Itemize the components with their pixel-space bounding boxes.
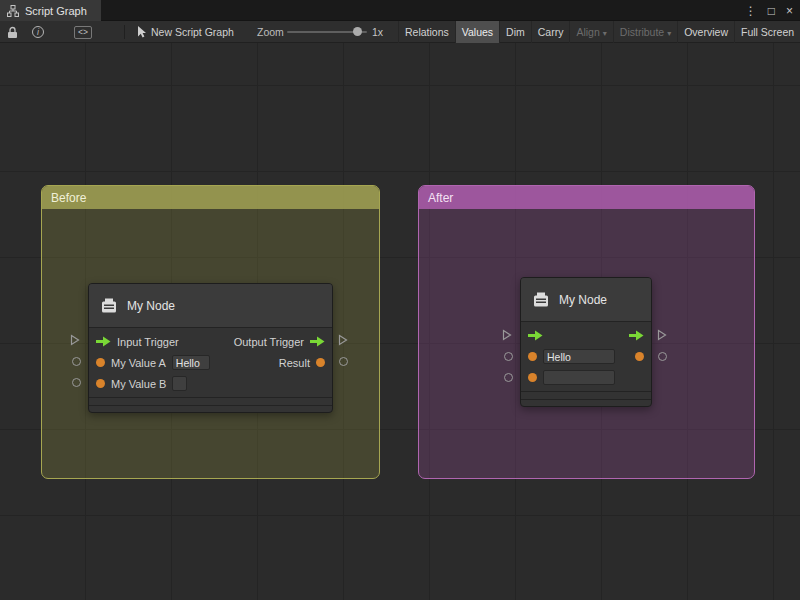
graph-asset-icon (136, 25, 147, 38)
node-title: My Node (127, 299, 175, 313)
trigger-output-port-icon[interactable] (310, 336, 325, 347)
distribute-button: Distribute▾ (613, 21, 677, 43)
overview-button[interactable]: Overview (677, 21, 734, 43)
trigger-row (521, 325, 651, 346)
trigger-input-port-icon[interactable] (96, 336, 111, 347)
zoom-label: Zoom (257, 21, 284, 43)
value-port-marker[interactable] (72, 357, 81, 366)
trigger-port-marker[interactable] (657, 329, 667, 341)
lock-icon-glyph (7, 26, 18, 39)
values-button[interactable]: Values (455, 21, 499, 43)
window-controls: ⋮ □ × (745, 0, 793, 21)
after-node[interactable]: My Node (520, 277, 652, 407)
output-trigger-label: Output Trigger (234, 336, 304, 348)
result-port-icon[interactable] (316, 358, 325, 367)
carry-button[interactable]: Carry (531, 21, 570, 43)
relations-button[interactable]: Relations (398, 21, 455, 43)
value-b-port-icon[interactable] (528, 373, 537, 382)
node-icon (531, 290, 551, 310)
value-b-row: My Value B (89, 373, 332, 394)
value-port-marker[interactable] (72, 378, 81, 387)
trigger-port-marker[interactable] (338, 334, 348, 346)
trigger-input-port-icon[interactable] (528, 330, 543, 341)
distribute-button-label: Distribute (620, 26, 664, 38)
graph-toolbar: <> New Script Graph Zoom 1x Relations Va… (0, 21, 800, 43)
zoom-value: 1x (372, 21, 383, 43)
my-value-a-input[interactable] (172, 355, 210, 370)
align-button: Align▾ (569, 21, 612, 43)
window-maximize-button[interactable]: □ (768, 4, 775, 18)
trigger-port-marker[interactable] (70, 334, 80, 346)
node-ports: Input Trigger Output Trigger My Value A … (89, 328, 332, 394)
node-header: My Node (89, 284, 332, 328)
node-divider (521, 391, 651, 392)
toolbar-buttons: Relations Values Dim Carry Align▾ Distri… (398, 21, 800, 43)
value-b-input[interactable] (543, 370, 615, 385)
tab-title: Script Graph (25, 5, 87, 17)
node-footer (89, 405, 332, 412)
window-close-button[interactable]: × (786, 4, 793, 18)
my-value-a-label: My Value A (111, 357, 166, 369)
value-a-port-icon[interactable] (528, 352, 537, 361)
result-label: Result (279, 357, 310, 369)
info-icon[interactable] (32, 26, 44, 38)
node-header: My Node (521, 278, 651, 322)
trigger-output-port-icon[interactable] (629, 330, 644, 341)
value-a-row (521, 346, 651, 367)
tab-script-graph[interactable]: Script Graph (0, 0, 101, 21)
node-ports (521, 322, 651, 388)
toolbar-separator (124, 25, 125, 39)
my-value-b-input[interactable] (172, 376, 187, 391)
script-graph-icon (7, 5, 19, 17)
result-port-icon[interactable] (635, 352, 644, 361)
group-after-label: After (428, 191, 453, 205)
value-port-marker[interactable] (339, 357, 348, 366)
trigger-row: Input Trigger Output Trigger (89, 331, 332, 352)
value-a-input[interactable] (543, 349, 615, 364)
script-graph-window: Script Graph ⋮ □ × <> New Script Graph Z… (0, 0, 800, 600)
code-view-icon[interactable]: <> (74, 26, 92, 39)
my-value-b-label: My Value B (111, 378, 166, 390)
group-after-header[interactable]: After (419, 186, 754, 209)
input-trigger-label: Input Trigger (117, 336, 179, 348)
full-screen-button[interactable]: Full Screen (734, 21, 800, 43)
value-b-row (521, 367, 651, 388)
window-menu-button[interactable]: ⋮ (745, 4, 757, 18)
node-title: My Node (559, 293, 607, 307)
group-before-label: Before (51, 191, 86, 205)
dim-button[interactable]: Dim (499, 21, 531, 43)
value-a-row: My Value A Result (89, 352, 332, 373)
group-before-header[interactable]: Before (42, 186, 379, 209)
value-b-port-icon[interactable] (96, 379, 105, 388)
align-button-label: Align (576, 26, 599, 38)
value-port-marker[interactable] (504, 373, 513, 382)
tab-bar: Script Graph ⋮ □ × (0, 0, 800, 21)
before-node[interactable]: My Node Input Trigger Output Trigger My … (88, 283, 333, 413)
value-a-port-icon[interactable] (96, 358, 105, 367)
caret-down-icon: ▾ (603, 29, 607, 38)
trigger-port-marker[interactable] (502, 329, 512, 341)
caret-down-icon: ▾ (667, 29, 671, 38)
graph-name: New Script Graph (151, 21, 234, 43)
node-divider (89, 397, 332, 398)
zoom-slider-knob[interactable] (353, 27, 362, 36)
node-icon (99, 296, 119, 316)
value-port-marker[interactable] (504, 352, 513, 361)
value-port-marker[interactable] (658, 352, 667, 361)
lock-icon[interactable] (7, 25, 18, 43)
node-footer (521, 399, 651, 406)
